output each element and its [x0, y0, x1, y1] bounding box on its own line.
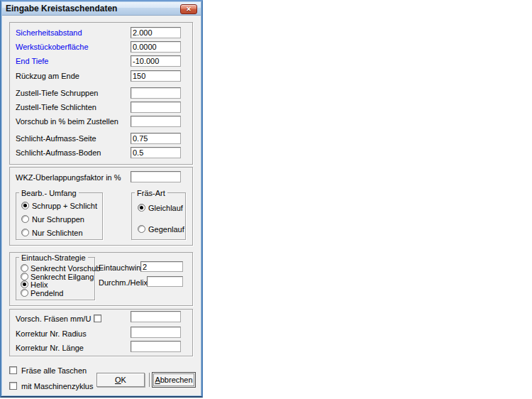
rueckzug-label: Rückzug am Ende — [16, 72, 79, 80]
aufmass-seite-label: Schlicht-Aufmass-Seite — [16, 134, 96, 143]
titlebar[interactable]: Eingabe Kreistaschendaten ✕ — [1, 1, 201, 16]
aufmass-boden-label: Schlicht-Aufmass-Boden — [16, 148, 101, 157]
radio-gegenlauf[interactable] — [138, 225, 145, 233]
rueckzug-input[interactable] — [131, 70, 181, 82]
endtiefe-label: End Tiefe — [16, 57, 48, 65]
zustell-schlichten-input[interactable] — [131, 102, 181, 113]
vorschub-zustellen-input[interactable] — [131, 116, 181, 127]
korrektur-radius-input[interactable] — [131, 327, 181, 338]
wkz-ueberlappung-label: WKZ-Überlappungsfaktor in % — [16, 173, 121, 182]
korrektur-laenge-label: Korrektur Nr. Länge — [16, 344, 84, 352]
vorsch-fraesen-input[interactable] — [131, 311, 181, 322]
wkz-ueberlappung-input[interactable] — [131, 171, 181, 182]
zustell-schruppen-label: Zustell-Tiefe Schruppen — [16, 89, 98, 97]
durchm-helix-label: Durchm./Helix — [99, 278, 148, 287]
fraese-alle-taschen-label[interactable]: Fräse alle Taschen — [21, 366, 87, 375]
zustell-schruppen-input[interactable] — [131, 87, 181, 99]
durchm-helix-input[interactable] — [147, 276, 183, 287]
radio-schrupp-schlicht-label[interactable]: Schrupp + Schlicht — [32, 202, 97, 210]
werkstueckoberflaeche-label: Werkstückoberfläche — [16, 43, 89, 51]
werkstueckoberflaeche-input[interactable] — [131, 41, 181, 53]
vorsch-fraesen-label: Vorsch. Fräsen mm/U — [16, 315, 91, 323]
bearb-umfang-legend: Bearb.- Umfang — [19, 189, 79, 197]
sicherheitsabstand-input[interactable] — [131, 27, 181, 38]
fraese-alle-taschen-checkbox[interactable] — [9, 366, 17, 374]
sicherheitsabstand-label: Sicherheitsabstand — [16, 28, 82, 37]
vorsch-fraesen-checkbox[interactable] — [94, 315, 101, 322]
radio-helix[interactable] — [21, 280, 28, 288]
radio-senkrecht-eilgang[interactable] — [21, 273, 28, 280]
ok-button[interactable]: OK — [96, 373, 145, 387]
radio-nur-schruppen-label[interactable]: Nur Schruppen — [32, 215, 84, 224]
window-title: Eingabe Kreistaschendaten — [6, 1, 117, 16]
radio-nur-schlichten[interactable] — [21, 229, 29, 236]
close-icon: ✕ — [186, 6, 192, 13]
radio-nur-schlichten-label[interactable]: Nur Schlichten — [32, 229, 83, 237]
dialog-window: Eingabe Kreistaschendaten ✕ Sicherheitsa… — [0, 0, 203, 398]
radio-pendelnd-label[interactable]: Pendelnd — [31, 289, 64, 297]
eintauchwinkel-input[interactable] — [140, 261, 183, 272]
radio-gleichlauf[interactable] — [138, 204, 145, 212]
radio-nur-schruppen[interactable] — [21, 215, 29, 223]
radio-schrupp-schlicht[interactable] — [21, 202, 29, 209]
aufmass-boden-input[interactable] — [131, 147, 181, 158]
zustell-schlichten-label: Zustell-Tiefe Schlichten — [16, 103, 96, 111]
fraes-art-legend: Fräs-Art — [135, 189, 167, 197]
endtiefe-input[interactable] — [131, 55, 181, 67]
radio-gegenlauf-label[interactable]: Gegenlauf — [148, 225, 184, 234]
korrektur-radius-label: Korrektur Nr. Radius — [16, 329, 87, 338]
vorschub-zustellen-label: Vorschub in % beim Zustellen — [16, 117, 118, 126]
cancel-button[interactable]: Abbrechen — [152, 372, 196, 388]
mit-maschinenzyklus-checkbox[interactable] — [9, 382, 17, 390]
mit-maschinenzyklus-label[interactable]: mit Maschinenzyklus — [21, 382, 93, 390]
radio-gleichlauf-label[interactable]: Gleichlauf — [148, 204, 183, 212]
aufmass-seite-input[interactable] — [131, 133, 181, 144]
eintauch-strategie-legend: Eintauch-Strategie — [19, 253, 88, 262]
close-button[interactable]: ✕ — [180, 4, 197, 14]
radio-helix-label[interactable]: Helix — [31, 280, 48, 289]
radio-senkrecht-vorschub-label[interactable]: Senkrecht Vorschub — [31, 264, 100, 273]
button-separator — [149, 373, 150, 387]
korrektur-laenge-input[interactable] — [131, 341, 181, 352]
radio-senkrecht-vorschub[interactable] — [21, 264, 28, 272]
cancel-button-label: Abbrechen — [153, 373, 194, 386]
radio-pendelnd[interactable] — [21, 289, 28, 297]
